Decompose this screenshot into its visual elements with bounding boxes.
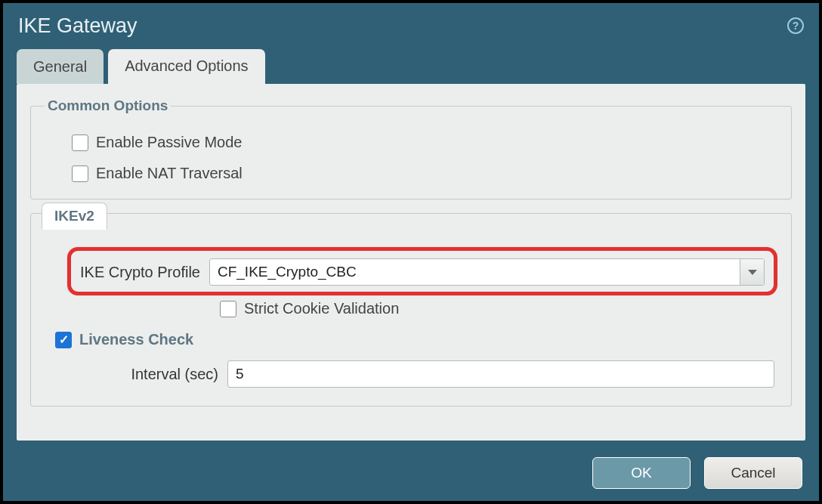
titlebar: IKE Gateway ? (3, 3, 819, 48)
tab-general[interactable]: General (17, 49, 104, 84)
interval-row: Interval (sec) (90, 360, 777, 388)
liveness-check-row: Liveness Check (55, 331, 777, 348)
dialog-title: IKE Gateway (18, 14, 138, 38)
enable-nat-traversal-checkbox[interactable] (72, 165, 88, 182)
enable-passive-mode-label: Enable Passive Mode (96, 134, 242, 151)
strict-cookie-validation-label: Strict Cookie Validation (244, 300, 399, 317)
dialog-window: IKE Gateway ? General Advanced Options C… (3, 3, 819, 501)
tab-advanced-options[interactable]: Advanced Options (108, 49, 264, 84)
strict-cookie-row: Strict Cookie Validation (220, 300, 777, 317)
ike-crypto-profile-label: IKE Crypto Profile (80, 264, 200, 281)
button-bar: OK Cancel (3, 450, 819, 501)
ike-crypto-profile-highlight: IKE Crypto Profile CF_IKE_Crypto_CBC (67, 247, 777, 295)
common-options-legend: Common Options (45, 97, 171, 114)
nat-traversal-row: Enable NAT Traversal (72, 165, 777, 182)
interval-label: Interval (sec) (90, 366, 218, 383)
window-outer: IKE Gateway ? General Advanced Options C… (0, 0, 822, 504)
liveness-check-label: Liveness Check (79, 331, 193, 348)
common-options-group: Common Options Enable Passive Mode Enabl… (30, 97, 792, 199)
interval-input[interactable] (227, 360, 774, 388)
help-icon[interactable]: ? (787, 17, 804, 34)
ike-crypto-profile-dropdown-button[interactable] (740, 259, 764, 285)
enable-nat-traversal-label: Enable NAT Traversal (96, 165, 243, 182)
tabstrip: General Advanced Options (3, 48, 819, 84)
strict-cookie-validation-checkbox[interactable] (220, 301, 236, 317)
ike-crypto-profile-select[interactable]: CF_IKE_Crypto_CBC (209, 258, 765, 286)
liveness-check-checkbox[interactable] (55, 332, 72, 348)
cancel-button[interactable]: Cancel (704, 457, 802, 489)
ike-crypto-profile-value: CF_IKE_Crypto_CBC (210, 259, 740, 285)
passive-mode-row: Enable Passive Mode (72, 134, 777, 151)
ok-button[interactable]: OK (592, 457, 691, 489)
enable-passive-mode-checkbox[interactable] (72, 135, 88, 151)
chevron-down-icon (748, 270, 757, 275)
ikev2-group: IKEv2 IKE Crypto Profile CF_IKE_Crypto_C… (30, 213, 792, 407)
dialog-body: Common Options Enable Passive Mode Enabl… (17, 84, 805, 441)
ikev2-tab[interactable]: IKEv2 (42, 203, 107, 230)
